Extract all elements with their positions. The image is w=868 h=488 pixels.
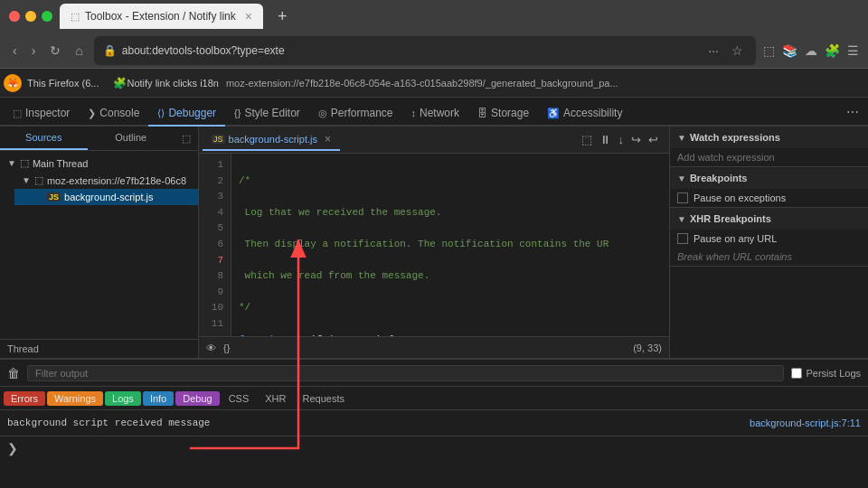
errors-filter-button[interactable]: Errors	[4, 391, 45, 406]
menu-button[interactable]: ☰	[847, 43, 859, 58]
console-input-row: ❯	[0, 436, 868, 459]
sync-icon[interactable]: ☁	[805, 43, 817, 58]
xhr-arrow: ▼	[677, 214, 686, 224]
tree-item-main-thread[interactable]: ▼ ⬚ Main Thread	[0, 155, 198, 172]
tree-item-background-script[interactable]: JS background-script.js	[14, 189, 198, 205]
tab-performance[interactable]: ◎ Performance	[309, 101, 402, 127]
devtools: 🦊 This Firefox (6... 🧩 Notify link click…	[0, 69, 868, 459]
console-filter-input[interactable]	[27, 365, 784, 381]
css-filter-button[interactable]: CSS	[222, 391, 257, 406]
step-in-icon[interactable]: ↪	[631, 133, 641, 146]
tree-item-moz-extension[interactable]: ▼ ⬚ moz-extension://e7fb218e-06c8	[14, 172, 198, 189]
warnings-filter-button[interactable]: Warnings	[47, 391, 103, 406]
devtools-tabs: ⬚ Inspector ❯ Console ⟨⟩ Debugger {} Sty…	[0, 98, 868, 127]
console-output: background script received message backg…	[0, 410, 868, 436]
traffic-light-green[interactable]	[42, 11, 52, 22]
tab-network[interactable]: ↕ Network	[402, 101, 469, 127]
address-bar[interactable]: 🔒 about:devtools-toolbox?type=exte ··· ☆	[94, 36, 756, 65]
debug-filter-button[interactable]: Debug	[175, 391, 219, 406]
right-panel: ▼ Watch expressions ▼ Breakpoints Pause …	[669, 127, 868, 358]
storage-icon: 🗄	[477, 108, 487, 118]
tab-close-button[interactable]: ×	[245, 9, 252, 23]
tab-console[interactable]: ❯ Console	[79, 101, 148, 127]
bookmark-icon[interactable]: ☆	[728, 40, 747, 61]
pause-exceptions-label: Pause on exceptions	[693, 192, 786, 203]
preview-icon[interactable]: 👁	[206, 343, 216, 353]
code-tab-close-button[interactable]: ×	[325, 133, 331, 145]
console-location[interactable]: background-script.js:7:11	[750, 418, 861, 428]
pause-icon[interactable]: ⏸	[599, 133, 611, 146]
history-icon[interactable]: 📚	[782, 43, 797, 58]
step-over-icon[interactable]: ↓	[618, 133, 625, 146]
browser-tab[interactable]: ⬚ Toolbox - Extension / Notify link ×	[60, 4, 263, 29]
code-tabs: JS background-script.js × ⬚ ⏸ ↓ ↪ ↩	[199, 127, 669, 154]
info-filter-button[interactable]: Info	[143, 391, 174, 406]
code-footer: 👁 {} (9, 33)	[199, 336, 669, 358]
nav-more-button[interactable]: ···	[704, 40, 722, 61]
network-icon: ↕	[411, 108, 417, 118]
clear-console-button[interactable]: 🗑	[7, 366, 20, 380]
sidebar-collapse-button[interactable]: ⬚	[175, 127, 198, 150]
sidebar-tab-outline[interactable]: Outline	[88, 127, 175, 150]
xhr-filter-button[interactable]: XHR	[258, 391, 293, 406]
persist-logs-option: Persist Logs	[791, 368, 861, 379]
tab-title: Toolbox - Extension / Notify link	[85, 10, 236, 23]
firefox-logo: 🦊	[4, 74, 22, 92]
moz-extension-label: moz-extension://e7fb218e-06c8	[47, 175, 186, 186]
code-wrap-icon[interactable]: {}	[223, 343, 230, 353]
watch-expressions-header[interactable]: ▼ Watch expressions	[670, 127, 868, 148]
traffic-light-yellow[interactable]	[25, 11, 36, 22]
style-editor-icon: {}	[234, 108, 241, 118]
code-footer-left: 👁 {}	[206, 343, 230, 353]
logs-filter-button[interactable]: Logs	[105, 391, 141, 406]
step-out-icon[interactable]: ↩	[648, 133, 658, 146]
requests-filter-button[interactable]: Requests	[296, 391, 352, 406]
console-toolbar: 🗑 Persist Logs	[0, 360, 868, 387]
traffic-lights	[9, 11, 52, 22]
sidebar-tab-sources[interactable]: Sources	[0, 127, 88, 150]
breakpoints-title: Breakpoints	[690, 173, 748, 183]
code-lines: /* Log that we received the message. The…	[231, 154, 669, 336]
code-area: JS background-script.js × ⬚ ⏸ ↓ ↪ ↩ 1234…	[199, 127, 669, 358]
pause-any-url-checkbox[interactable]	[677, 233, 688, 244]
console-icon: ❯	[88, 108, 96, 119]
performance-icon: ◎	[318, 108, 327, 119]
devtools-body: Sources Outline ⬚ ▼ ⬚ Main Thread ▼ ⬚ mo…	[0, 127, 868, 358]
code-header-icons: ⬚ ⏸ ↓ ↪ ↩	[574, 133, 666, 146]
persist-logs-checkbox[interactable]	[791, 368, 802, 379]
panel-section-watch: ▼ Watch expressions	[670, 127, 868, 167]
sidebar: Sources Outline ⬚ ▼ ⬚ Main Thread ▼ ⬚ mo…	[0, 127, 199, 358]
watch-arrow: ▼	[677, 133, 686, 143]
forward-button[interactable]: ›	[28, 40, 40, 61]
tab-storage[interactable]: 🗄 Storage	[468, 101, 538, 127]
pause-exceptions-checkbox[interactable]	[677, 192, 688, 203]
nav-icons: ⬚ 📚 ☁ 🧩 ☰	[763, 43, 859, 58]
pause-on-exceptions: Pause on exceptions	[670, 189, 868, 207]
home-button[interactable]: ⌂	[71, 40, 86, 61]
back-button[interactable]: ‹	[9, 40, 21, 61]
console-input[interactable]	[22, 443, 861, 454]
sidebar-tabs: Sources Outline ⬚	[0, 127, 198, 151]
breakpoints-header[interactable]: ▼ Breakpoints	[670, 167, 868, 189]
xhr-url-filter-input[interactable]	[670, 248, 868, 266]
tab-accessibility[interactable]: ♿ Accessibility	[538, 101, 631, 127]
split-icon[interactable]: ⬚	[581, 133, 592, 146]
traffic-light-red[interactable]	[9, 11, 20, 22]
new-tab-button[interactable]: +	[270, 7, 295, 26]
tab-inspector[interactable]: ⬚ Inspector	[4, 101, 79, 127]
tab-icon: ⬚	[71, 11, 80, 23]
xhr-breakpoints-header[interactable]: ▼ XHR Breakpoints	[670, 208, 868, 230]
code-content: 12345 678910 111213141516 /* Log that we…	[199, 154, 669, 336]
tab-style-editor[interactable]: {} Style Editor	[225, 101, 309, 127]
tab-debugger[interactable]: ⟨⟩ Debugger	[148, 101, 225, 127]
refresh-button[interactable]: ↻	[46, 40, 64, 61]
breakpoints-arrow: ▼	[677, 174, 686, 183]
devtools-header: 🦊 This Firefox (6... 🧩 Notify link click…	[0, 69, 868, 98]
code-tab-label: background-script.js	[229, 134, 317, 145]
sidebar-icon[interactable]: ⬚	[763, 43, 775, 58]
extensions-icon[interactable]: 🧩	[825, 43, 840, 58]
code-tab-background-script[interactable]: JS background-script.js ×	[203, 129, 340, 151]
thread-info-bar: Thread	[0, 339, 198, 358]
watch-expression-input[interactable]	[670, 148, 868, 166]
devtools-tabs-more[interactable]: ⋯	[841, 99, 864, 125]
